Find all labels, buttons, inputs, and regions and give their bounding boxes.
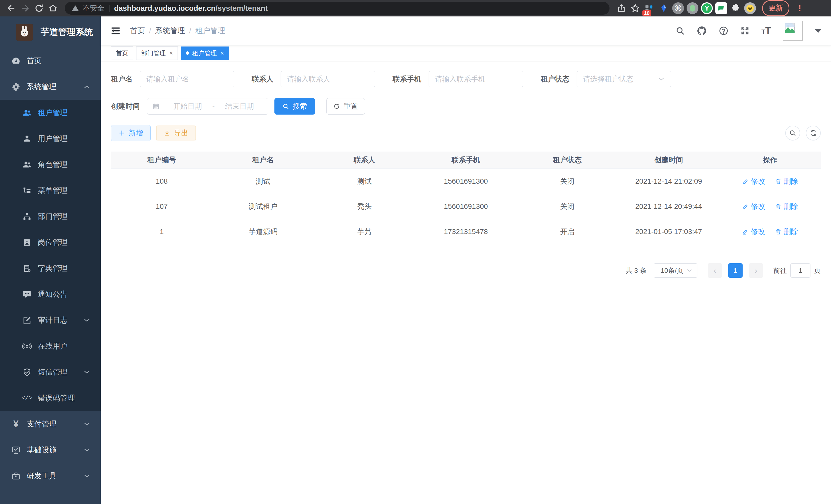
font-size-icon[interactable]: TT (762, 25, 771, 36)
share-icon[interactable] (616, 3, 627, 14)
tenant-id-cell: 108 (111, 169, 212, 194)
sidebar-item-label: 审计日志 (38, 315, 67, 325)
pagination: 共 3 条 10条/页 ‹ 1 › 前往 页 (111, 263, 821, 278)
puzzle-icon[interactable] (730, 2, 742, 14)
contact-input[interactable] (281, 71, 375, 87)
close-icon[interactable]: × (221, 50, 224, 57)
tab-home[interactable]: 首页 (111, 47, 133, 60)
sidebar-item-user[interactable]: 用户管理 (0, 126, 101, 152)
chevron-down-icon (686, 267, 692, 274)
extension-badge: 10 (642, 10, 651, 16)
prev-page-button[interactable]: ‹ (708, 263, 722, 278)
reset-button[interactable]: 重置 (326, 98, 365, 115)
tab-dept[interactable]: 部门管理 × (136, 47, 178, 60)
org-tree-icon (22, 211, 32, 222)
tree-table-icon (22, 185, 32, 196)
sidebar-item-tenant[interactable]: 租户管理 (0, 100, 101, 126)
sidebar-item-sms[interactable]: 短信管理 (0, 359, 101, 385)
sidebar-item-infra[interactable]: 基础设施 (0, 437, 101, 463)
sidebar-item-error-code[interactable]: </> 错误码管理 (0, 385, 101, 411)
browser-menu-icon[interactable]: ⋮ (796, 3, 804, 13)
create-time-range-input[interactable]: 开始日期 - 结束日期 (147, 98, 268, 115)
caret-down-icon[interactable] (814, 29, 822, 33)
url-domain: dashboard.yudao.iocoder.cn (114, 4, 216, 12)
breadcrumb-system[interactable]: 系统管理 (155, 26, 185, 36)
edit-button[interactable]: 修改 (742, 176, 765, 186)
url-text[interactable]: dashboard.yudao.iocoder.cn/system/tenant (114, 4, 268, 12)
mobile-label: 联系手机 (393, 74, 422, 84)
sidebar-item-dept[interactable]: 部门管理 (0, 203, 101, 229)
tenant-name-input[interactable] (140, 71, 234, 87)
url-bar[interactable]: 不安全 dashboard.yudao.iocoder.cn/system/te… (65, 2, 609, 14)
create-time-label: 创建时间 (111, 101, 140, 111)
breadcrumb-separator: / (189, 27, 191, 35)
security-label[interactable]: 不安全 (83, 3, 104, 13)
plus-icon (118, 130, 125, 137)
breadcrumb-home[interactable]: 首页 (130, 26, 145, 36)
extension-y-icon[interactable]: Y (701, 2, 713, 14)
extension-tag-manager-icon[interactable]: 10 (643, 2, 655, 14)
sidebar-item-post[interactable]: 岗位管理 (0, 229, 101, 255)
page-size-select[interactable]: 10条/页 (654, 263, 697, 278)
forward-icon[interactable] (20, 3, 31, 14)
breadcrumb-separator: / (149, 27, 151, 35)
extension-green-dot-icon[interactable] (687, 2, 698, 14)
avatar[interactable] (783, 21, 803, 41)
search-icon[interactable] (676, 26, 685, 35)
sidebar-item-audit-log[interactable]: 审计日志 (0, 307, 101, 333)
profile-avatar-icon[interactable] (744, 2, 756, 14)
delete-button[interactable]: 删除 (775, 202, 798, 211)
add-button[interactable]: 新增 (111, 125, 150, 141)
tenant-name-cell: 芋道源码 (212, 219, 314, 244)
edit-icon (742, 203, 749, 210)
sidebar-item-home[interactable]: 首页 (0, 48, 101, 74)
delete-button[interactable]: 删除 (775, 176, 798, 186)
github-icon[interactable] (697, 26, 707, 36)
sidebar-item-label: 支付管理 (27, 419, 57, 429)
sidebar-item-label: 错误码管理 (38, 393, 75, 403)
edit-button[interactable]: 修改 (742, 227, 765, 237)
column-header: 创建时间 (618, 152, 719, 169)
fullscreen-icon[interactable] (740, 26, 749, 35)
sidebar: 芋道管理系统 首页 系统管理 (0, 17, 101, 504)
update-button[interactable]: 更新 (762, 0, 790, 16)
search-button[interactable]: 搜索 (275, 98, 315, 115)
sidebar-item-label: 首页 (27, 56, 41, 66)
star-icon[interactable] (630, 3, 641, 14)
sidebar-item-devtools[interactable]: 研发工具 (0, 463, 101, 489)
home-icon[interactable] (47, 3, 59, 14)
close-icon[interactable]: × (169, 50, 173, 57)
export-button[interactable]: 导出 (156, 125, 196, 141)
table-row: 108 测试 测试 15601691300 关闭 2021-12-14 21:0… (111, 169, 821, 194)
sidebar-item-system[interactable]: 系统管理 (0, 74, 101, 100)
extension-kite-icon[interactable] (658, 2, 670, 14)
extension-chat-icon[interactable] (715, 2, 727, 14)
sidebar-item-dict[interactable]: 字典管理 (0, 255, 101, 281)
sidebar-item-label: 在线用户 (38, 341, 67, 351)
sidebar-item-online-users[interactable]: 在线用户 (0, 333, 101, 359)
tab-tenant[interactable]: 租户管理 × (181, 47, 229, 60)
refresh-table-button[interactable] (806, 126, 821, 141)
status-select[interactable]: 请选择租户状态 (577, 71, 671, 87)
sidebar-item-notice[interactable]: 通知公告 (0, 281, 101, 307)
column-header: 操作 (719, 152, 821, 169)
reload-icon[interactable] (33, 3, 45, 14)
back-icon[interactable] (6, 3, 17, 14)
question-icon[interactable] (719, 26, 728, 36)
edit-button[interactable]: 修改 (742, 202, 765, 211)
show-search-toggle-button[interactable] (785, 126, 800, 141)
next-page-button[interactable]: › (749, 263, 763, 278)
mobile-input[interactable] (429, 71, 523, 87)
goto-page-input[interactable] (791, 263, 810, 278)
active-dot (186, 51, 189, 55)
sidebar-logo[interactable]: 芋道管理系统 (0, 17, 101, 48)
sidebar-item-label: 角色管理 (38, 159, 67, 170)
sidebar-fold-icon[interactable] (110, 25, 121, 36)
delete-button[interactable]: 删除 (775, 227, 798, 237)
sidebar-item-role[interactable]: 角色管理 (0, 152, 101, 178)
current-page-button[interactable]: 1 (728, 263, 743, 278)
sidebar-item-menu[interactable]: 菜单管理 (0, 178, 101, 203)
sidebar-item-payment[interactable]: ¥ 支付管理 (0, 411, 101, 437)
chevron-down-icon (83, 317, 90, 324)
extension-command-icon[interactable]: ⌘ (672, 2, 684, 14)
